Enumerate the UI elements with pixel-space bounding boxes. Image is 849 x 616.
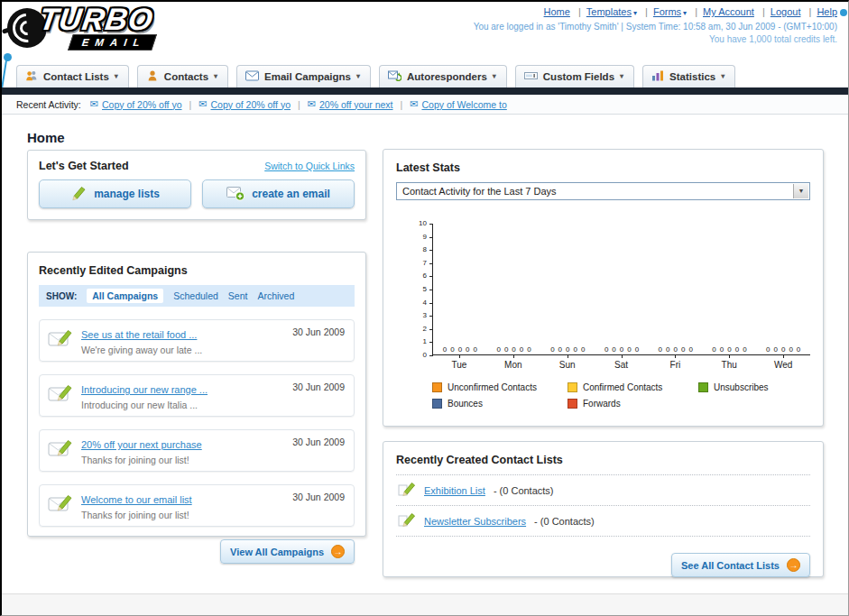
top-link-templates[interactable]: Templates	[586, 6, 632, 17]
pencil-icon	[398, 512, 416, 529]
stats-period-select[interactable]: Contact Activity for the Last 7 Days ▼	[396, 182, 810, 200]
create-email-button[interactable]: create an email	[202, 179, 355, 208]
y-tick-label: 2	[423, 326, 427, 333]
y-tick-label: 7	[423, 260, 427, 267]
nav-tab-email-campaigns[interactable]: Email Campaigns ▾	[236, 65, 371, 87]
top-links: Home Templates▾ Forms▾ My Account Logout…	[474, 6, 837, 17]
campaign-subtitle: Thanks for joining our list!	[81, 455, 346, 465]
chart-value-label: 0	[450, 345, 454, 354]
legend-label: Confirmed Contacts	[583, 382, 662, 392]
legend-item: Unsubscribes	[698, 382, 810, 392]
nav-tab-autoresponders[interactable]: Autoresponders ▾	[379, 65, 507, 87]
top-link-help[interactable]: Help	[817, 6, 837, 17]
recent-activity-link[interactable]: Copy of Welcome to	[421, 99, 506, 110]
chart-value-label: 0	[666, 345, 669, 354]
campaign-date: 30 Jun 2009	[292, 382, 345, 392]
chevron-down-icon: ▾	[633, 9, 637, 17]
campaign-title-link[interactable]: Introducing our new range ...	[81, 384, 208, 395]
campaigns-title: Recently Edited Campaigns	[39, 264, 188, 277]
switch-quick-links-link[interactable]: Switch to Quick Links	[264, 161, 355, 171]
x-tick-label: Sun	[540, 355, 595, 370]
legend-swatch	[568, 399, 577, 409]
y-tick-mark	[429, 263, 433, 264]
top-link-home[interactable]: Home	[544, 6, 570, 17]
campaigns-filter-bar: SHOW: All Campaigns Scheduled Sent Archi…	[39, 285, 355, 307]
legend-swatch	[698, 382, 708, 392]
recent-activity-item[interactable]: ✉ 20% off your next	[291, 98, 392, 110]
recent-activity-link[interactable]: Copy of 20% off yo	[210, 99, 291, 110]
campaign-list-item[interactable]: 20% off your next purchase Thanks for jo…	[39, 429, 355, 472]
chart-x-axis: TueMonSunSatFriThuWed	[432, 355, 810, 370]
nav-tab-contact-lists[interactable]: Contact Lists ▾	[16, 65, 129, 87]
top-right-area: Home Templates▾ Forms▾ My Account Logout…	[474, 6, 837, 44]
chart-value-label: 0	[566, 345, 569, 354]
chart-legend: Unconfirmed ContactsConfirmed ContactsUn…	[432, 382, 810, 409]
nav-tab-custom-fields[interactable]: Custom Fields ▾	[515, 65, 634, 87]
contact-list-item[interactable]: Newsletter Subscribers - (0 Contacts)	[396, 506, 810, 537]
recent-activity-item[interactable]: ✉ Copy of Welcome to	[393, 98, 507, 110]
y-tick-mark	[429, 329, 433, 330]
campaign-list-item[interactable]: Welcome to our email list Thanks for joi…	[39, 484, 355, 527]
y-tick-mark	[429, 250, 433, 251]
top-link-my-account[interactable]: My Account	[703, 6, 754, 17]
contact-list-name-link[interactable]: Exhibition List	[424, 485, 485, 496]
recent-activity-link[interactable]: 20% off your next	[319, 99, 393, 110]
campaign-list-item[interactable]: Introducing our new range ... Introducin…	[39, 374, 355, 417]
y-tick-mark	[429, 342, 433, 343]
chevron-down-icon: ▾	[620, 72, 623, 80]
recent-activity-item[interactable]: ✉ Copy of 20% off yo	[182, 98, 291, 110]
custom-fields-icon	[524, 70, 538, 83]
filter-tab-archived[interactable]: Archived	[257, 290, 294, 301]
nav-tab-contacts[interactable]: Contacts ▾	[137, 65, 228, 87]
app-window: TURBO EMAIL Home Templates▾ Forms▾ My Ac…	[0, 0, 849, 616]
filter-tab-scheduled[interactable]: Scheduled	[173, 290, 218, 301]
y-tick-mark	[429, 290, 433, 290]
get-started-title: Let's Get Started	[39, 160, 129, 172]
contact-list-item[interactable]: Exhibition List - (0 Contacts)	[396, 475, 810, 506]
logo-title: TURBO	[38, 5, 156, 33]
recent-activity-link[interactable]: Copy of 20% off yo	[102, 99, 182, 110]
y-tick-mark	[429, 303, 433, 304]
campaign-title-link[interactable]: 20% off your next purchase	[81, 439, 202, 450]
see-all-contact-lists-button[interactable]: See All Contact Lists →	[671, 553, 810, 577]
recent-activity-item[interactable]: ✉ Copy of 20% off yo	[90, 98, 182, 110]
contact-list-name-link[interactable]: Newsletter Subscribers	[424, 516, 526, 527]
filter-tab-all-campaigns[interactable]: All Campaigns	[87, 289, 163, 303]
nav-tab-statistics[interactable]: Statistics ▾	[642, 65, 735, 87]
legend-item: Confirmed Contacts	[568, 382, 698, 392]
create-email-label: create an email	[252, 188, 330, 200]
top-link-logout[interactable]: Logout	[771, 6, 801, 17]
login-info: You are logged in as 'Timothy Smith' | S…	[474, 22, 837, 32]
nav-tab-label: Autoresponders	[407, 71, 487, 82]
top-link-forms[interactable]: Forms	[653, 6, 681, 17]
manage-lists-button[interactable]: manage lists	[39, 179, 191, 208]
chart-day-group: 00000	[487, 224, 541, 354]
recently-created-contact-lists-panel: Recently Created Contact Lists Exhibitio…	[383, 441, 824, 577]
campaign-list-item[interactable]: See us at the retail food ... We're givi…	[39, 319, 355, 362]
chart-value-label: 0	[735, 345, 739, 354]
chart-value-label: 0	[727, 345, 731, 354]
y-tick-label: 8	[423, 246, 427, 253]
nav-divider-bar	[2, 87, 848, 95]
recent-activity-bar: Recent Activity: ✉ Copy of 20% off yo ✉ …	[2, 95, 848, 115]
envelope-icon: ✉	[198, 98, 207, 110]
campaign-title-link[interactable]: Welcome to our email list	[81, 494, 192, 505]
campaign-subtitle: We're giving away our late ...	[81, 345, 346, 355]
filter-tab-sent[interactable]: Sent	[228, 290, 248, 301]
chart-value-label: 0	[581, 345, 585, 354]
y-tick-label: 6	[423, 272, 427, 280]
statistics-icon	[651, 69, 664, 83]
nav-tab-label: Statistics	[669, 71, 715, 82]
chart-value-label: 0	[558, 345, 562, 354]
chart-value-label: 0	[789, 345, 792, 354]
chart-value-label: 0	[688, 345, 692, 354]
view-all-campaigns-button[interactable]: View All Campaigns →	[220, 539, 355, 564]
app-logo[interactable]: TURBO EMAIL	[7, 5, 154, 51]
arrow-right-icon: →	[331, 545, 345, 558]
recently-edited-campaigns-panel: Recently Edited Campaigns SHOW: All Camp…	[27, 252, 366, 537]
campaign-title-link[interactable]: See us at the retail food ...	[81, 329, 197, 340]
chart-value-label: 0	[527, 345, 531, 354]
stats-period-value: Contact Activity for the Last 7 Days	[402, 186, 557, 197]
chart-value-label: 0	[781, 345, 785, 354]
main-navigation: Contact Lists ▾ Contacts ▾ Email Campaig…	[16, 65, 735, 87]
